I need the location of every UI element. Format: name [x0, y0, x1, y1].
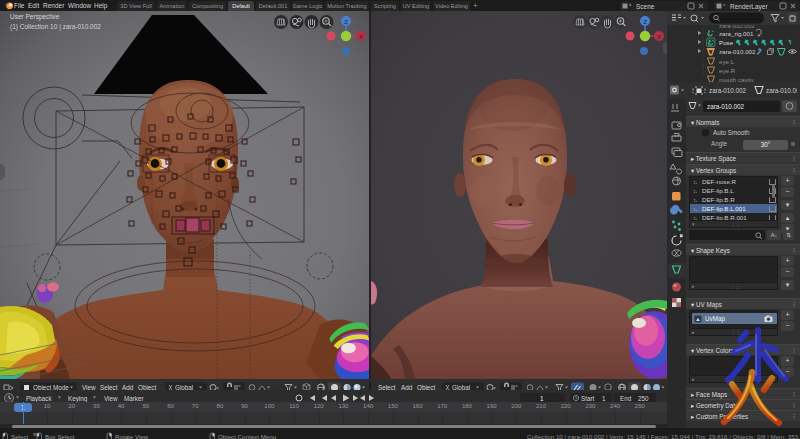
- svg-text:Object Context Menu: Object Context Menu: [218, 433, 277, 439]
- svg-text:Pose: Pose: [719, 39, 734, 46]
- svg-text:Z: Z: [344, 19, 348, 25]
- svg-text:View: View: [104, 395, 118, 402]
- svg-text:⊞: ⊞: [33, 432, 37, 437]
- svg-text:Start: Start: [581, 395, 595, 402]
- svg-text:Scene: Scene: [636, 3, 655, 10]
- svg-text:Box Select: Box Select: [45, 433, 75, 439]
- svg-text:zara-010.002: zara-010.002: [707, 103, 745, 110]
- svg-text:eye.L: eye.L: [719, 58, 735, 65]
- svg-text:zara-010.002: zara-010.002: [719, 48, 756, 55]
- svg-text:zara-010.002: zara-010.002: [766, 87, 797, 94]
- svg-text:eye.R: eye.R: [719, 67, 736, 74]
- svg-text:Select: Select: [11, 433, 28, 439]
- svg-text:RenderLayer: RenderLayer: [730, 3, 768, 11]
- svg-text:Rotate View: Rotate View: [115, 433, 149, 439]
- svg-text:250: 250: [638, 395, 649, 402]
- svg-text:Z: Z: [643, 19, 647, 25]
- svg-text:X: X: [657, 34, 661, 40]
- svg-text:(1) Collection 10 | zara-010.0: (1) Collection 10 | zara-010.002: [10, 23, 101, 31]
- svg-text:Collection 10 | zara-010.002 |: Collection 10 | zara-010.002 | Verts: 15…: [527, 433, 800, 439]
- svg-text:zara-010.002: zara-010.002: [709, 87, 747, 94]
- svg-text:zara-010.003: zara-010.003: [719, 25, 755, 29]
- svg-text:X: X: [359, 34, 363, 40]
- svg-text:End: End: [620, 395, 632, 402]
- svg-text:Marker: Marker: [124, 395, 144, 402]
- svg-text:1: 1: [602, 395, 606, 402]
- svg-text:zara_rig.001: zara_rig.001: [719, 30, 754, 37]
- svg-text:User Perspective: User Perspective: [10, 13, 60, 21]
- svg-text:1: 1: [540, 395, 544, 402]
